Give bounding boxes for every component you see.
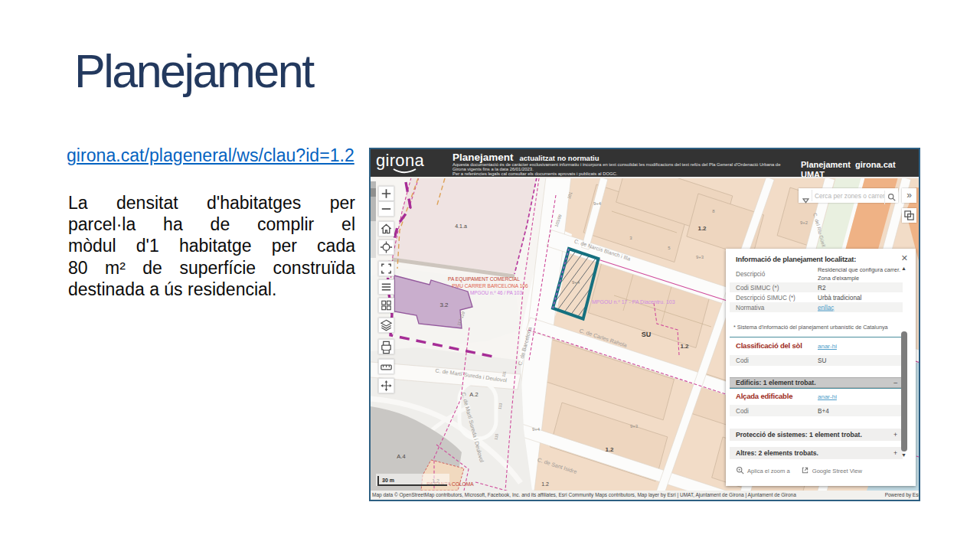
- svg-text:9+4: 9+4: [572, 280, 580, 285]
- svg-text:PMU CARRER BARCELONA 106: PMU CARRER BARCELONA 106: [452, 283, 528, 289]
- svg-text:1.2: 1.2: [680, 343, 689, 350]
- svg-text:1.2: 1.2: [697, 225, 707, 232]
- svg-text:1.2: 1.2: [541, 481, 549, 487]
- svg-text:MPGOU n.º 46 / PA 103: MPGOU n.º 46 / PA 103: [470, 290, 522, 295]
- svg-text:9+3: 9+3: [630, 424, 639, 429]
- svg-text:A.2: A.2: [469, 391, 478, 398]
- svg-text:SU: SU: [642, 331, 652, 338]
- svg-text:9+4: 9+4: [532, 427, 541, 432]
- svg-text:1.2: 1.2: [605, 446, 614, 453]
- svg-text:3.2: 3.2: [439, 302, 449, 308]
- svg-text:A.4: A.4: [397, 453, 405, 460]
- svg-text:9+3: 9+3: [696, 255, 704, 259]
- svg-text:MPGOU n.º 17 - PA Diacentru. 1: MPGOU n.º 17 - PA Diacentru. 103: [592, 299, 675, 305]
- svg-text:PA EQUIPAMENT COMERCIAL: PA EQUIPAMENT COMERCIAL: [448, 276, 520, 282]
- svg-text:4.1.a: 4.1.a: [455, 223, 467, 229]
- svg-text:9+4: 9+4: [593, 201, 602, 206]
- svg-text:30 m: 30 m: [382, 478, 394, 483]
- svg-text:9+2: 9+2: [800, 220, 808, 225]
